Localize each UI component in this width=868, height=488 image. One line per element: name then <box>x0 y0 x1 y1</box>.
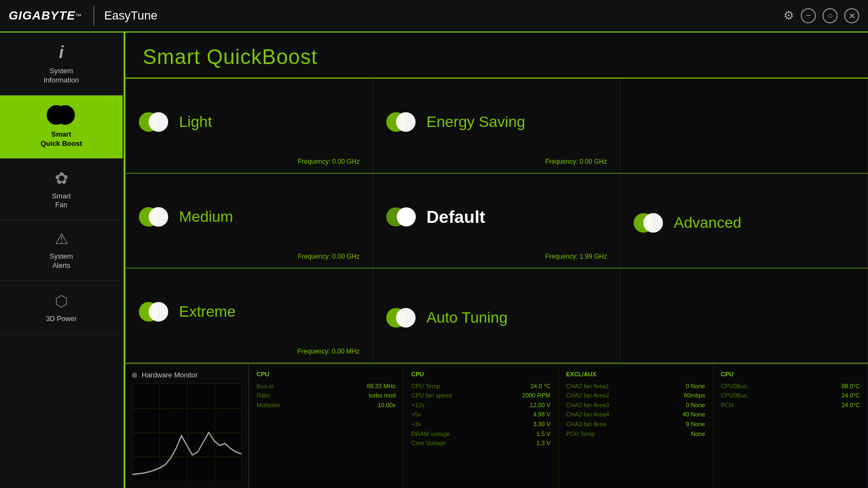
sidebar-item-system-information[interactable]: i SystemInformation <box>0 33 123 95</box>
settings-icon[interactable]: ⚙ <box>783 9 794 23</box>
hw-val: 88.33 MHz <box>367 382 395 391</box>
boost-label-default: Default <box>426 207 485 227</box>
hw-col2-row5: +3v3.30 V <box>411 420 550 429</box>
hw-key: Ratio <box>257 391 271 401</box>
sidebar-label-smart-fan: SmartFan <box>52 192 71 210</box>
app-title: EasyTune <box>104 9 157 23</box>
svg-point-5 <box>149 207 168 227</box>
boost-cell-light-content: Light <box>139 91 360 153</box>
window-controls: ⚙ − ○ ✕ <box>783 8 859 23</box>
hw-col1-row2: Ratio turbo mod <box>257 391 395 401</box>
hw-key: Core Voltage <box>411 439 446 448</box>
content-area: Smart QuickBoost Light Frequency: 0.00 G… <box>124 33 868 488</box>
content-title: Smart QuickBoost <box>143 46 317 68</box>
svg-point-1 <box>149 112 168 132</box>
boost-cell-default-content: Default <box>386 185 607 248</box>
cc-icon-auto <box>386 306 418 329</box>
boost-label-medium: Medium <box>179 208 233 226</box>
hw-key: DRAM voltage <box>411 429 450 439</box>
hw-data-col-4: CPU CPU0Bus.88.0°C CPU0Bus.24.0°C PCH24.… <box>713 364 868 488</box>
hw-key: CPU Temp <box>411 382 440 391</box>
sidebar-label-smart-boost: SmartQuick Boost <box>41 130 82 149</box>
sidebar-item-smart-quick-boost[interactable]: SmartQuick Boost <box>0 95 123 159</box>
hw-val: 12.00 V <box>530 401 551 410</box>
boost-cell-light[interactable]: Light Frequency: 0.00 GHz <box>126 79 373 174</box>
title-divider <box>93 6 94 25</box>
hw-val: 0 None <box>686 382 705 391</box>
boost-label-auto-tuning: Auto Tuning <box>426 309 507 326</box>
boost-cell-auto-tuning[interactable]: Auto Tuning <box>373 268 621 363</box>
hw-val: 1.3 V <box>537 439 551 448</box>
hw-val: 2000 RPM <box>522 391 551 401</box>
hw-col3-row2: CHA2 fan Area260mbps <box>566 391 705 401</box>
cc-icon-medium <box>139 206 170 228</box>
boost-grid: Light Frequency: 0.00 GHz Energy Saving … <box>125 79 868 363</box>
boost-cell-advanced-content: Advanced <box>634 185 854 260</box>
hw-col2-row1: CPU Temp24.0 °C <box>411 382 550 391</box>
hw-val: turbo mod <box>369 391 396 401</box>
cc-icon-energy <box>386 111 418 133</box>
hw-col3-row6: PCH TempNone <box>566 429 705 439</box>
boost-cell-default[interactable]: Default Frequency: 1.99 GHz <box>373 174 621 268</box>
hw-col3-title: EXCL/AUX <box>566 370 705 380</box>
hw-key: +3v <box>411 420 421 429</box>
hw-key: CHA2 fan Area4 <box>566 410 610 420</box>
hw-col1-row1: Bus.m 88.33 MHz <box>257 382 395 391</box>
boost-label-extreme: Extreme <box>179 303 235 320</box>
hardware-monitor: Hardware Monitor CPU <box>125 363 868 488</box>
boost-cell-medium-content: Medium <box>139 185 360 248</box>
hw-status-dot <box>132 373 137 378</box>
sidebar-label-3d-power: 3D Power <box>46 314 76 324</box>
sidebar-item-system-alerts[interactable]: ⚠ SystemAlerts <box>0 220 123 281</box>
boost-freq-light: Frequency: 0.00 GHz <box>139 158 360 165</box>
hw-col3-row1: CHA2 fan Area10 None <box>566 382 705 391</box>
hw-col2-row2: CPU fan speed2000 RPM <box>411 391 550 401</box>
boost-label-advanced: Advanced <box>674 214 742 232</box>
boost-cell-auto-tuning-content: Auto Tuning <box>386 280 607 355</box>
cc-icon-default <box>386 206 418 228</box>
hw-val: 4.98 V <box>533 410 551 420</box>
cc-icon-advanced <box>634 211 665 234</box>
hw-val: 88.0°C <box>841 382 860 391</box>
hw-key: Multiplier <box>257 401 280 410</box>
sidebar: i SystemInformation SmartQuick Boost ✿ S… <box>0 33 124 488</box>
alert-icon: ⚠ <box>55 230 68 248</box>
hw-val: 9 None <box>686 420 705 429</box>
hw-key: CPU fan speed <box>411 391 452 401</box>
boost-cell-medium[interactable]: Medium Frequency: 0.00 GHz <box>126 174 373 268</box>
boost-cell-advanced[interactable]: Advanced <box>621 174 868 268</box>
hw-key: Bus.m <box>257 382 273 391</box>
hw-key: CPU0Bus. <box>721 391 749 401</box>
hw-col4-row1: CPU0Bus.88.0°C <box>721 382 860 391</box>
sidebar-item-3d-power[interactable]: ⬡ 3D Power <box>0 281 123 335</box>
hw-key: CPU0Bus. <box>721 382 749 391</box>
minimize-button[interactable]: − <box>801 8 816 23</box>
boost-freq-extreme: Frequency: 0.00 MHz <box>139 348 360 355</box>
hw-val: 40 None <box>682 410 705 420</box>
hw-val: 24.0 °C <box>531 382 551 391</box>
hw-val: 3.30 V <box>533 420 551 429</box>
svg-point-3 <box>396 112 416 132</box>
info-icon: i <box>59 42 64 62</box>
boost-cell-empty-bottom-right <box>621 268 868 363</box>
svg-point-9 <box>643 213 663 233</box>
title-bar: GIGABYTE ™ EasyTune ⚙ − ○ ✕ <box>0 0 868 33</box>
sidebar-item-smart-fan[interactable]: ✿ SmartFan <box>0 159 123 221</box>
hw-col3-row3: CHA2 fan Area30 None <box>566 401 705 410</box>
boost-label-energy-saving: Energy Saving <box>426 113 525 131</box>
hw-key: CHA2 fan Area2 <box>566 391 610 401</box>
boost-cell-extreme[interactable]: Extreme Frequency: 0.00 MHz <box>126 268 373 363</box>
svg-point-7 <box>397 207 416 226</box>
hw-col2-row7: Core Voltage1.3 V <box>411 439 550 448</box>
hw-col4-row3: PCH24.0°C <box>721 401 860 410</box>
hw-left-panel: Hardware Monitor <box>125 364 249 488</box>
boost-cell-energy-saving[interactable]: Energy Saving Frequency: 0.00 GHz <box>373 79 621 174</box>
fan-icon: ✿ <box>55 169 68 188</box>
restore-button[interactable]: ○ <box>822 8 838 23</box>
cube-icon: ⬡ <box>55 292 68 310</box>
main-layout: i SystemInformation SmartQuick Boost ✿ S… <box>0 33 868 488</box>
hw-data-col-3: EXCL/AUX CHA2 fan Area10 None CHA2 fan A… <box>559 364 713 488</box>
hw-key: CHA3 fan Area <box>566 420 606 429</box>
close-button[interactable]: ✕ <box>844 8 859 23</box>
hw-col2-row3: +12v12.00 V <box>411 401 550 410</box>
